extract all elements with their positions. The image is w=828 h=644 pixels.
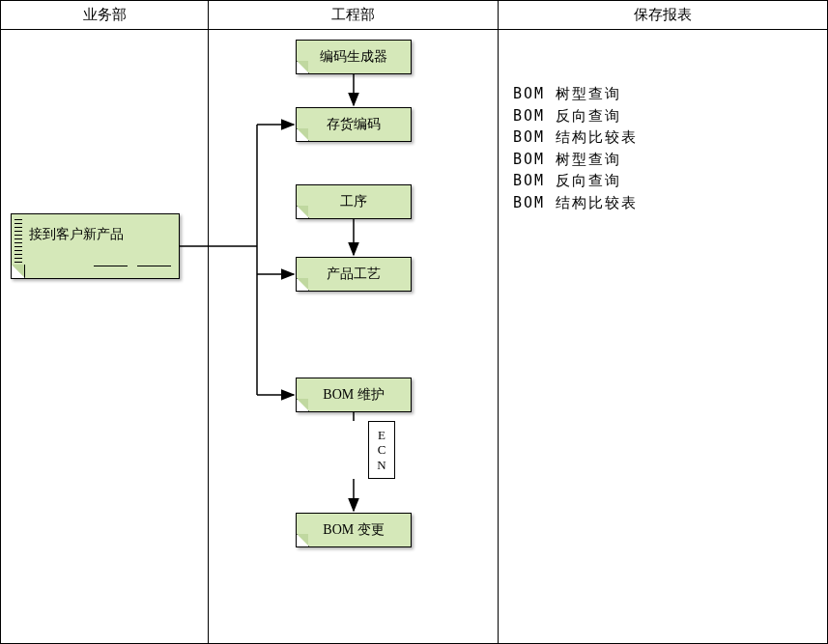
block-code-generator: 编码生成器 (296, 40, 412, 74)
block-label: 编码生成器 (320, 48, 387, 66)
column-header-reports: 保存报表 (499, 1, 827, 29)
report-item: BOM 反向查询 (513, 170, 638, 192)
block-label: 工序 (340, 193, 367, 210)
report-item: BOM 树型查询 (513, 83, 638, 105)
report-item: BOM 树型查询 (513, 149, 638, 171)
report-item: BOM 结构比较表 (513, 192, 638, 214)
column-engineering: 编码生成器 存货编码 工序 产品工艺 BOM 维护 E C N BOM 变更 (209, 30, 499, 644)
block-bom-change: BOM 变更 (296, 513, 412, 547)
block-inventory-code: 存货编码 (296, 107, 412, 142)
report-item: BOM 反向查询 (513, 105, 638, 127)
body-row: 接到客户新产品 编码生成器 存货编码 工序 产品工艺 BOM 维护 (1, 30, 827, 644)
report-item: BOM 结构比较表 (513, 126, 638, 149)
ecn-letter: C (378, 442, 386, 458)
column-header-business: 业务部 (1, 1, 209, 29)
ecn-letter: N (377, 458, 385, 473)
ecn-letter: E (378, 428, 385, 443)
block-label: 产品工艺 (327, 266, 381, 283)
block-product-process: 产品工艺 (296, 257, 412, 292)
flowchart-container: 业务部 工程部 保存报表 接到客户新产品 编码生成器 存货编码 (0, 0, 828, 644)
column-business: 接到客户新产品 (1, 30, 209, 644)
start-block-label: 接到客户新产品 (29, 226, 124, 243)
column-reports: BOM 树型查询 BOM 反向查询 BOM 结构比较表 BOM 树型查询 BOM… (499, 30, 827, 644)
ecn-label-box: E C N (368, 421, 395, 479)
start-block-new-product: 接到客户新产品 (11, 213, 180, 279)
block-procedure: 工序 (296, 184, 412, 219)
block-bom-maintain: BOM 维护 (296, 378, 412, 412)
block-label: 存货编码 (327, 116, 381, 133)
header-row: 业务部 工程部 保存报表 (1, 1, 827, 30)
column-header-engineering: 工程部 (209, 1, 499, 29)
reports-list: BOM 树型查询 BOM 反向查询 BOM 结构比较表 BOM 树型查询 BOM… (513, 83, 638, 213)
block-label: BOM 变更 (323, 521, 384, 539)
block-label: BOM 维护 (323, 386, 384, 404)
